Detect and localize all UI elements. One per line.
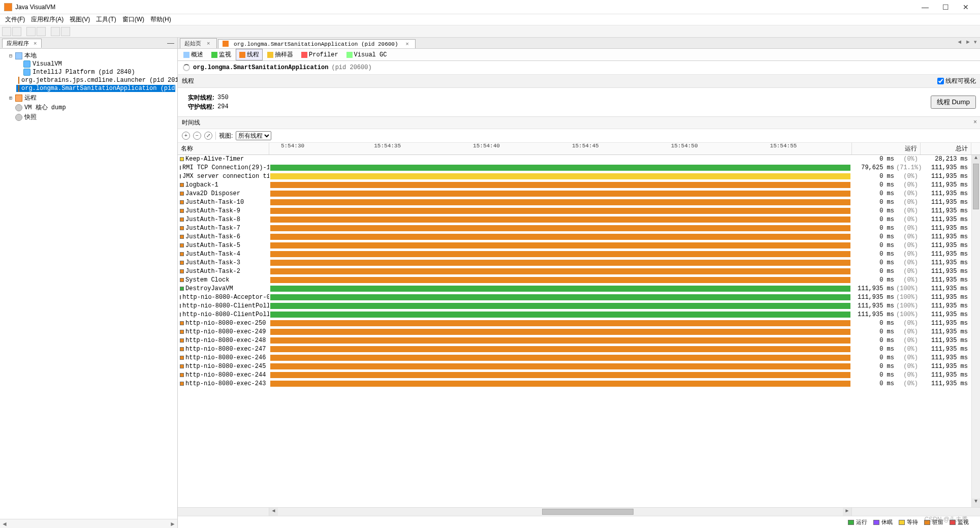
menu-applications[interactable]: 应用程序(A) bbox=[28, 14, 67, 25]
subtab-monitor[interactable]: 监视 bbox=[208, 49, 235, 60]
thread-row[interactable]: http-nio-8080-exec-2430 ms(0%)111,935 ms bbox=[178, 380, 980, 388]
applications-tree[interactable]: ⊟ 本地 VisualVM IntelliJ Platform (pid 284… bbox=[0, 49, 177, 519]
zoom-out-icon[interactable]: − bbox=[193, 132, 201, 140]
applications-tab-close-icon[interactable]: × bbox=[34, 40, 37, 46]
subtab-threads[interactable]: 线程 bbox=[236, 49, 263, 60]
menu-view[interactable]: 视图(V) bbox=[67, 14, 93, 25]
menu-tools[interactable]: 工具(T) bbox=[93, 14, 119, 25]
scroll-right-icon[interactable]: ► bbox=[168, 520, 177, 527]
toolbar-open-icon[interactable] bbox=[2, 27, 11, 36]
thread-row[interactable]: JustAuth-Task-100 ms(0%)111,935 ms bbox=[178, 198, 980, 207]
thread-row[interactable]: JustAuth-Task-80 ms(0%)111,935 ms bbox=[178, 215, 980, 224]
thread-row[interactable]: JMX server connection timeo0 ms(0%)111,9… bbox=[178, 172, 980, 181]
thread-run-time: 0 ms bbox=[851, 320, 896, 327]
timeline-vertical-scrollbar[interactable]: ▲ ▼ bbox=[971, 155, 980, 507]
scroll-down-icon[interactable]: ▼ bbox=[972, 499, 980, 507]
thread-row[interactable]: http-nio-8080-ClientPoller-111,935 ms(10… bbox=[178, 310, 980, 319]
minimize-button[interactable]: — bbox=[915, 3, 935, 11]
subtab-sampler[interactable]: 抽样器 bbox=[264, 49, 297, 60]
tab-list-icon[interactable]: ▾ bbox=[973, 39, 978, 45]
thread-name: DestroyJavaVM bbox=[185, 285, 233, 292]
thread-row[interactable]: http-nio-8080-exec-2440 ms(0%)111,935 ms bbox=[178, 371, 980, 380]
close-button[interactable]: ✕ bbox=[956, 3, 976, 11]
thread-dump-button[interactable]: 线程 Dump bbox=[931, 96, 976, 109]
scroll-left-icon[interactable]: ◄ bbox=[269, 508, 278, 516]
threads-visualize-checkbox[interactable]: 线程可视化 bbox=[937, 77, 976, 85]
applications-tab[interactable]: 应用程序 × bbox=[2, 39, 42, 48]
thread-run-time: 0 ms bbox=[851, 181, 896, 189]
thread-row[interactable]: JustAuth-Task-50 ms(0%)111,935 ms bbox=[178, 241, 980, 250]
tree-node-snapshot[interactable]: 快照 bbox=[8, 113, 176, 121]
expand-toggle-icon[interactable]: ⊞ bbox=[8, 95, 13, 101]
tree-node-intellij[interactable]: IntelliJ Platform (pid 2840) bbox=[16, 69, 175, 76]
tab-application[interactable]: org.longma.SmartSanitationApplication (p… bbox=[218, 39, 416, 48]
thread-run-pct: (0%) bbox=[896, 276, 920, 284]
toolbar-app-dump-icon[interactable] bbox=[26, 27, 36, 36]
tree-node-jps-launcher[interactable]: org.jetbrains.jps.cmdline.Launcher (pid … bbox=[16, 77, 175, 84]
toolbar-heap-dump-icon[interactable] bbox=[37, 27, 46, 36]
thread-row[interactable]: System Clock0 ms(0%)111,935 ms bbox=[178, 276, 980, 285]
zoom-fit-icon[interactable]: ⤢ bbox=[204, 132, 212, 140]
thread-row[interactable]: JustAuth-Task-60 ms(0%)111,935 ms bbox=[178, 233, 980, 241]
tab-close-icon[interactable]: × bbox=[207, 40, 210, 46]
thread-row[interactable]: logback-10 ms(0%)111,935 ms bbox=[178, 181, 980, 190]
timeline-horizontal-scrollbar[interactable]: ◄ ► bbox=[178, 507, 980, 516]
timeline-close-icon[interactable]: × bbox=[973, 118, 977, 126]
thread-row[interactable]: JustAuth-Task-20 ms(0%)111,935 ms bbox=[178, 267, 980, 276]
tab-close-icon[interactable]: × bbox=[405, 41, 409, 47]
scroll-thumb[interactable] bbox=[973, 164, 979, 209]
thread-row[interactable]: JustAuth-Task-90 ms(0%)111,935 ms bbox=[178, 207, 980, 215]
thread-row[interactable]: Java2D Disposer0 ms(0%)111,935 ms bbox=[178, 190, 980, 198]
col-total[interactable]: 总计 bbox=[920, 143, 971, 154]
menu-help[interactable]: 帮助(H) bbox=[147, 14, 174, 25]
menu-file[interactable]: 文件(F) bbox=[2, 14, 28, 25]
thread-row[interactable]: JustAuth-Task-40 ms(0%)111,935 ms bbox=[178, 250, 980, 259]
zoom-in-icon[interactable]: + bbox=[182, 132, 190, 140]
subtab-visual-gc[interactable]: Visual GC bbox=[343, 50, 391, 60]
thread-row[interactable]: JustAuth-Task-30 ms(0%)111,935 ms bbox=[178, 259, 980, 267]
thread-row[interactable]: http-nio-8080-exec-2480 ms(0%)111,935 ms bbox=[178, 336, 980, 345]
toolbar-snapshot-icon[interactable] bbox=[61, 27, 70, 36]
col-name[interactable]: 名称 bbox=[178, 143, 269, 154]
thread-run-time: 0 ms bbox=[851, 190, 896, 197]
left-horizontal-scrollbar[interactable]: ◄ ► bbox=[0, 519, 177, 528]
thread-row[interactable]: http-nio-8080-exec-2490 ms(0%)111,935 ms bbox=[178, 328, 980, 336]
expand-toggle-icon[interactable]: ⊟ bbox=[8, 53, 13, 59]
thread-row[interactable]: JustAuth-Task-70 ms(0%)111,935 ms bbox=[178, 224, 980, 233]
thread-row[interactable]: http-nio-8080-exec-2500 ms(0%)111,935 ms bbox=[178, 319, 980, 328]
toolbar-save-icon[interactable] bbox=[12, 27, 21, 36]
tree-node-visualvm[interactable]: VisualVM bbox=[16, 60, 175, 68]
thread-row[interactable]: http-nio-8080-exec-2470 ms(0%)111,935 ms bbox=[178, 345, 980, 354]
view-select[interactable]: 所有线程 bbox=[236, 131, 271, 140]
tree-node-local[interactable]: ⊟ 本地 bbox=[8, 51, 176, 60]
tree-node-smart-sanitation[interactable]: org.longma.SmartSanitationApplication (p… bbox=[16, 85, 175, 92]
thread-row[interactable]: RMI TCP Connection(29)-192.79,625 ms(71.… bbox=[178, 164, 980, 172]
threads-visualize-input[interactable] bbox=[937, 78, 944, 84]
tab-next-icon[interactable]: ► bbox=[964, 39, 972, 45]
toolbar bbox=[0, 25, 980, 38]
legend-waiting: 等待 bbox=[899, 518, 918, 526]
tab-prev-icon[interactable]: ◄ bbox=[956, 39, 963, 45]
thread-row[interactable]: Keep-Alive-Timer0 ms(0%)28,213 ms bbox=[178, 155, 980, 164]
subtab-overview[interactable]: 概述 bbox=[180, 49, 207, 60]
scroll-up-icon[interactable]: ▲ bbox=[972, 155, 980, 164]
timeline-body[interactable]: Keep-Alive-Timer0 ms(0%)28,213 msRMI TCP… bbox=[178, 155, 980, 507]
thread-row[interactable]: DestroyJavaVM111,935 ms(100%)111,935 ms bbox=[178, 285, 980, 293]
thread-row[interactable]: http-nio-8080-Acceptor-0111,935 ms(100%)… bbox=[178, 293, 980, 302]
menu-window[interactable]: 窗口(W) bbox=[119, 14, 147, 25]
col-run[interactable]: 运行 bbox=[851, 143, 920, 154]
subtab-profiler[interactable]: Profiler bbox=[298, 50, 342, 60]
maximize-button[interactable]: ☐ bbox=[935, 3, 956, 11]
thread-row[interactable]: http-nio-8080-exec-2460 ms(0%)111,935 ms bbox=[178, 354, 980, 362]
tab-start-page[interactable]: 起始页 × bbox=[180, 38, 217, 48]
tree-node-remote[interactable]: ⊞ 远程 bbox=[8, 94, 176, 102]
tree-node-vmcore[interactable]: VM 核心 dump bbox=[8, 103, 176, 112]
scroll-right-icon[interactable]: ► bbox=[843, 508, 851, 516]
panel-minimize-icon[interactable]: — bbox=[167, 39, 174, 47]
scroll-thumb[interactable] bbox=[542, 509, 634, 515]
thread-state-icon bbox=[180, 304, 181, 308]
thread-row[interactable]: http-nio-8080-ClientPoller-111,935 ms(10… bbox=[178, 302, 980, 310]
scroll-left-icon[interactable]: ◄ bbox=[0, 520, 9, 527]
thread-row[interactable]: http-nio-8080-exec-2450 ms(0%)111,935 ms bbox=[178, 362, 980, 371]
toolbar-start-icon[interactable] bbox=[51, 27, 60, 36]
